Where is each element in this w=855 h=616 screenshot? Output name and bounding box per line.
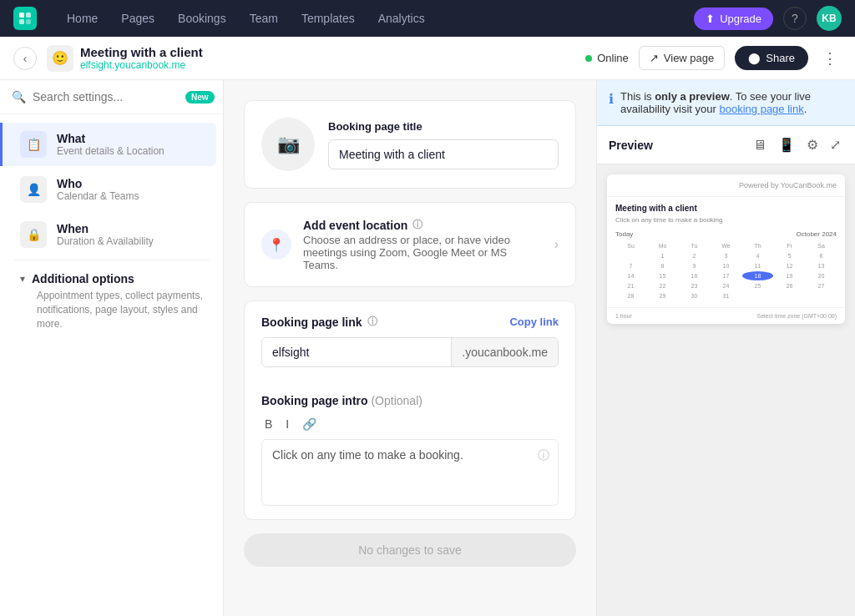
notice-text1: This is (620, 90, 655, 103)
mobile-view-button[interactable]: 📱 (776, 134, 797, 155)
editor-help-icon[interactable]: ⓘ (538, 448, 549, 463)
link-header: Booking page link ⓘ Copy link (261, 315, 559, 329)
sidebar-item-what[interactable]: 📋 What Event details & Location (0, 123, 216, 166)
mini-meeting-title: Meeting with a client (615, 204, 837, 213)
mini-cal-4[interactable]: 3 (711, 251, 741, 260)
mini-cal-28[interactable]: 28 (615, 291, 646, 300)
view-page-button[interactable]: ↗ View page (639, 46, 725, 70)
editor-toolbar: B I 🔗 (261, 416, 559, 432)
mini-cal-10[interactable]: 9 (679, 261, 710, 270)
mini-cal-17[interactable]: 16 (679, 271, 710, 280)
mini-cal-20[interactable]: 20 (806, 271, 837, 280)
mini-cal-13[interactable]: 12 (774, 261, 805, 270)
mini-cal-2[interactable]: 1 (647, 251, 678, 260)
upgrade-icon: ⬆ (706, 13, 715, 25)
sidebar-item-who[interactable]: 👤 Who Calendar & Teams (7, 168, 216, 211)
intro-section: Booking page intro (Optional) B I 🔗 Clic… (245, 381, 575, 519)
mini-cal-day-we: We (711, 241, 741, 250)
mini-cal-6[interactable]: 5 (774, 251, 805, 260)
mini-cal-23[interactable]: 23 (679, 281, 710, 290)
photo-placeholder[interactable]: 📷 (261, 118, 315, 171)
share-button[interactable]: ⬤ Share (735, 46, 808, 70)
avatar-label: KB (822, 13, 836, 24)
location-card[interactable]: 📍 Add event location ⓘ Choose an address… (244, 202, 576, 287)
mini-footer-time: 1 hour (615, 313, 632, 319)
copy-link-button[interactable]: Copy link (509, 316, 559, 328)
upgrade-button[interactable]: ⬆ Upgrade (694, 8, 773, 30)
mini-today: Today (615, 230, 633, 238)
settings-button[interactable]: ⚙ (804, 134, 821, 155)
booking-title-input[interactable] (328, 139, 559, 169)
mini-cal-12[interactable]: 11 (742, 261, 773, 270)
search-box: 🔍 New (0, 80, 223, 114)
page-url[interactable]: elfsight.youcanbook.me (80, 59, 203, 71)
mini-cal-26[interactable]: 26 (774, 281, 805, 290)
italic-button[interactable]: I (282, 416, 292, 432)
notice-bold: only a preview (655, 90, 730, 103)
location-text: Add event location ⓘ Choose an address o… (303, 218, 543, 271)
help-button[interactable]: ? (783, 7, 807, 30)
mini-cal-29[interactable]: 29 (647, 291, 678, 300)
desktop-view-button[interactable]: 🖥 (751, 135, 769, 155)
nav-right: ⬆ Upgrade ? KB (694, 6, 842, 31)
online-badge: Online (585, 52, 629, 64)
bold-button[interactable]: B (261, 416, 276, 432)
mini-cal-21[interactable]: 21 (615, 281, 646, 290)
mini-cal-24[interactable]: 24 (711, 281, 741, 290)
nav-analytics[interactable]: Analytics (368, 7, 435, 30)
link-button[interactable]: 🔗 (299, 416, 320, 432)
mini-cal-15[interactable]: 14 (615, 271, 646, 280)
mini-preview-header: Powered by YouCanBook.me (607, 174, 845, 197)
link-slug-input[interactable] (262, 338, 451, 366)
booking-title-card: 📷 Booking page title (244, 100, 576, 189)
nav-links: Home Pages Bookings Team Templates Analy… (57, 7, 674, 30)
nav-home[interactable]: Home (57, 7, 108, 30)
mini-cal-18[interactable]: 17 (711, 271, 741, 280)
search-input[interactable] (33, 90, 179, 104)
fullscreen-button[interactable]: ⤢ (827, 134, 843, 155)
preview-frame: Powered by YouCanBook.me Meeting with a … (597, 164, 855, 616)
nav-team[interactable]: Team (240, 7, 288, 30)
nav-pages[interactable]: Pages (111, 7, 164, 30)
mini-month: October 2024 (797, 230, 837, 238)
mini-cal-5[interactable]: 4 (742, 251, 773, 260)
mini-cal-14[interactable]: 13 (806, 261, 837, 270)
mini-cal-16[interactable]: 15 (647, 271, 678, 280)
location-sub-text: Choose an address or place, or have vide… (303, 234, 543, 271)
mini-cal-19[interactable]: 19 (774, 271, 805, 280)
camera-icon: 📷 (277, 134, 300, 155)
mini-cal-day-sa: Sa (806, 241, 837, 250)
app-logo[interactable] (13, 7, 37, 30)
what-icon: 📋 (20, 131, 47, 158)
sidebar-accordion[interactable]: ▾ Additional options Appointment types, … (7, 264, 216, 339)
avatar[interactable]: KB (817, 6, 842, 31)
mini-cal-22[interactable]: 22 (647, 281, 678, 290)
link-domain: .youcanbook.me (451, 338, 558, 366)
mini-cal-11[interactable]: 10 (711, 261, 741, 270)
mini-cal-31[interactable]: 31 (711, 291, 741, 300)
mini-cal-7[interactable]: 6 (806, 251, 837, 260)
more-options-button[interactable]: ⋮ (818, 47, 842, 70)
sidebar: 🔍 New 📋 What Event details & Location 👤 … (0, 80, 224, 616)
when-text: When Duration & Availability (57, 222, 154, 247)
nav-templates[interactable]: Templates (291, 7, 365, 30)
mini-cal-today[interactable]: 18 (742, 271, 773, 280)
back-button[interactable]: ‹ (13, 47, 37, 70)
nav-bookings[interactable]: Bookings (168, 7, 236, 30)
title-input-block: Booking page title (328, 120, 559, 169)
mini-cal-1[interactable] (615, 251, 646, 260)
sidebar-item-when[interactable]: 🔒 When Duration & Availability (7, 213, 216, 256)
mini-cal-27[interactable]: 27 (806, 281, 837, 290)
preview-header: Preview 🖥 📱 ⚙ ⤢ (597, 126, 855, 164)
mini-cal-30[interactable]: 30 (679, 291, 710, 300)
page-title-block: Meeting with a client elfsight.youcanboo… (80, 45, 203, 71)
mini-cal-8[interactable]: 7 (615, 261, 646, 270)
link-label-text: Booking page link (261, 316, 362, 329)
help-icon: ? (792, 12, 798, 25)
notice-link[interactable]: booking page link (720, 103, 804, 115)
mini-cal-3[interactable]: 2 (679, 251, 710, 260)
mini-cal-9[interactable]: 8 (647, 261, 678, 270)
sidebar-nav: 📋 What Event details & Location 👤 Who Ca… (0, 114, 223, 616)
mini-cal-25[interactable]: 25 (742, 281, 773, 290)
editor-area[interactable]: Click on any time to make a booking. ⓘ (261, 439, 559, 506)
